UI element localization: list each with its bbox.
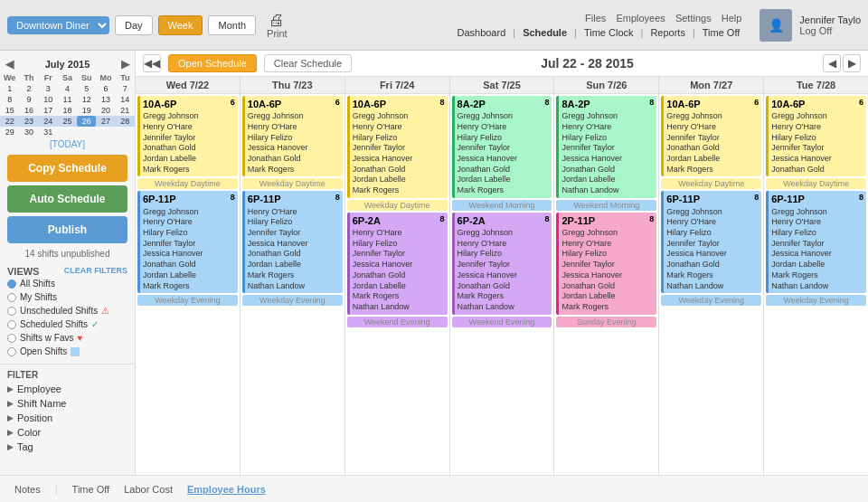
- tag-filter[interactable]: ▶ Tag: [7, 440, 127, 454]
- shift-count-1-0: 6: [335, 98, 340, 110]
- employee-name-2-0-1: Henry O'Hare: [353, 122, 445, 133]
- day-col-0: Wed 7/2210A-6P6Gregg JohnsonHenry O'Hare…: [136, 77, 241, 475]
- favs-shifts-option[interactable]: Shifts w Favs ♥: [7, 331, 127, 345]
- tag-arrow-icon: ▶: [7, 442, 14, 451]
- position-filter[interactable]: ▶ Position: [7, 411, 127, 425]
- employee-name-0-1-0: Gregg Johnson: [143, 207, 235, 218]
- employee-name-0-0-3: Jonathan Gold: [143, 143, 235, 154]
- day-col-inner-3: 8A-2P8Gregg JohnsonHenry O'HareHilary Fe…: [450, 94, 554, 475]
- day-header-2: Fri 7/24: [345, 77, 449, 94]
- schedule-grid: Wed 7/2210A-6P6Gregg JohnsonHenry O'Hare…: [136, 77, 868, 475]
- shift-block-3-0[interactable]: 8A-2P8Gregg JohnsonHenry O'HareHilary Fe…: [452, 96, 552, 198]
- open-schedule-btn[interactable]: Open Schedule: [168, 54, 257, 72]
- employee-name-6-0-2: Hilary Felizo: [771, 133, 863, 144]
- employee-name-3-1-0: Gregg Johnson: [458, 228, 550, 239]
- employee-name-2-0-4: Jessica Hanover: [353, 154, 445, 165]
- employee-name-1-0-1: Henry O'Hare: [248, 122, 340, 133]
- today-link[interactable]: [TODAY]: [0, 137, 135, 151]
- employee-name-4-0-5: Jonathan Gold: [561, 165, 654, 175]
- employee-hours-link[interactable]: Employee Hours: [187, 484, 266, 495]
- shift-block-0-0[interactable]: 10A-6P6Gregg JohnsonHenry O'HareJennifer…: [137, 96, 238, 176]
- employee-name-5-1-6: Mark Rogers: [666, 270, 759, 281]
- store-select[interactable]: Downtown Diner: [7, 16, 109, 34]
- shift-block-4-0[interactable]: 8A-2P8Gregg JohnsonHenry O'HareHilary Fe…: [556, 96, 656, 198]
- unscheduled-shifts-option[interactable]: Unscheduled Shifts ⚠: [7, 304, 127, 317]
- shift-block-2-0[interactable]: 10A-6P8Gregg JohnsonHenry O'HareHilary F…: [347, 96, 448, 198]
- open-shifts-option[interactable]: Open Shifts: [7, 345, 127, 358]
- week-view-btn[interactable]: Week: [158, 15, 203, 35]
- my-shifts-radio: [7, 293, 16, 302]
- shiftname-filter[interactable]: ▶ Shift Name: [7, 396, 127, 411]
- shift-block-6-1[interactable]: 6P-11P8Gregg JohnsonHenry O'HareHilary F…: [766, 191, 866, 293]
- shift-block-5-0[interactable]: 10A-6P6Gregg JohnsonHenry O'HareJennifer…: [661, 96, 761, 176]
- shift-count-6-0: 6: [859, 98, 863, 110]
- shift-time-6-1: 6P-11P: [771, 193, 805, 205]
- shift-footer-1-1: Weekday Evening: [242, 295, 343, 306]
- shift-block-6-0[interactable]: 10A-6P6Gregg JohnsonHenry O'HareHilary F…: [766, 96, 866, 176]
- top-nav: Downtown Diner Day Week Month 🖨 Print Fi…: [0, 0, 868, 51]
- employee-name-0-1-4: Jessica Hanover: [143, 249, 235, 260]
- shift-block-4-1[interactable]: 2P-11P8Gregg JohnsonHenry O'HareHilary F…: [556, 213, 656, 315]
- shift-count-2-1: 8: [440, 214, 445, 227]
- print-button[interactable]: 🖨 Print: [261, 10, 293, 41]
- logout-button[interactable]: Log Off: [799, 25, 861, 36]
- employee-name-3-1-5: Jonathan Gold: [458, 281, 550, 292]
- next-month-btn[interactable]: ▶: [121, 58, 129, 71]
- employee-name-3-1-1: Henry O'Hare: [458, 239, 550, 250]
- settings-link[interactable]: Settings: [675, 13, 712, 24]
- shift-block-1-1[interactable]: 6P-11P8Henry O'HareHilary FelizoJennifer…: [242, 191, 343, 293]
- auto-schedule-btn[interactable]: Auto Schedule: [7, 185, 127, 213]
- prev-month-btn[interactable]: ◀: [5, 58, 14, 71]
- employee-name-3-1-6: Mark Rogers: [458, 291, 550, 302]
- files-link[interactable]: Files: [585, 13, 606, 24]
- bottom-bar: Notes | Time Off Labor Cost Employee Hou…: [0, 475, 868, 502]
- day-col-inner-4: 8A-2P8Gregg JohnsonHenry O'HareHilary Fe…: [554, 94, 658, 475]
- unscheduled-radio: [7, 307, 16, 316]
- all-shifts-option[interactable]: All Shifts: [7, 277, 127, 290]
- clear-schedule-btn[interactable]: Clear Schedule: [264, 54, 352, 72]
- color-filter[interactable]: ▶ Color: [7, 425, 127, 440]
- schedule-link[interactable]: Schedule: [517, 27, 572, 38]
- employee-filter[interactable]: ▶ Employee: [7, 382, 127, 396]
- time-off-link[interactable]: Time Off: [72, 484, 110, 495]
- help-link[interactable]: Help: [722, 13, 742, 24]
- employee-name-6-1-2: Hilary Felizo: [771, 228, 863, 239]
- next-week-btn[interactable]: ▶: [843, 54, 861, 72]
- employee-name-5-1-3: Jennifer Taylor: [666, 239, 759, 250]
- clear-filters-btn[interactable]: CLEAR FILTERS: [64, 266, 127, 277]
- shift-footer-4-0: Weekend Morning: [556, 200, 656, 211]
- reports-link[interactable]: Reports: [645, 27, 691, 38]
- color-filter-label: Color: [17, 427, 41, 438]
- time-clock-link[interactable]: Time Clock: [579, 27, 639, 38]
- employees-link[interactable]: Employees: [616, 13, 665, 24]
- employee-name-6-1-5: Jordan Labelle: [771, 260, 863, 270]
- my-shifts-option[interactable]: My Shifts: [7, 290, 127, 304]
- employee-name-3-1-3: Jennifer Taylor: [458, 260, 550, 270]
- shift-block-5-1[interactable]: 6P-11P8Gregg JohnsonHenry O'HareHilary F…: [661, 191, 761, 293]
- employee-name-3-0-5: Jonathan Gold: [458, 165, 550, 175]
- dashboard-link[interactable]: Dashboard: [451, 27, 511, 38]
- prev-prev-btn[interactable]: ◀◀: [143, 54, 161, 72]
- shift-block-1-0[interactable]: 10A-6P6Gregg JohnsonHenry O'HareHilary F…: [242, 96, 343, 176]
- day-view-btn[interactable]: Day: [115, 15, 153, 35]
- employee-name-5-0-5: Mark Rogers: [666, 165, 759, 175]
- shift-footer-2-1: Weekend Evening: [347, 317, 448, 327]
- shift-block-0-1[interactable]: 6P-11P8Gregg JohnsonHenry O'HareHilary F…: [137, 191, 238, 293]
- employee-name-3-1-2: Hilary Felizo: [458, 249, 550, 260]
- prev-week-btn[interactable]: ◀: [823, 54, 841, 72]
- scheduled-shifts-option[interactable]: Scheduled Shifts ✓: [7, 317, 127, 331]
- warning-icon: ⚠: [101, 306, 109, 316]
- shift-time-4-1: 2P-11P: [561, 214, 595, 227]
- publish-btn[interactable]: Publish: [7, 216, 127, 243]
- notes-link[interactable]: Notes: [14, 484, 41, 495]
- employee-name-0-0-5: Mark Rogers: [143, 165, 235, 175]
- time-off-link[interactable]: Time Off: [697, 27, 746, 38]
- copy-schedule-btn[interactable]: Copy Schedule: [7, 155, 127, 182]
- day-header-1: Thu 7/23: [241, 77, 344, 94]
- shift-block-2-1[interactable]: 6P-2A8Henry O'HareHilary FelizoJennifer …: [347, 213, 448, 315]
- month-view-btn[interactable]: Month: [208, 15, 256, 35]
- shift-block-3-1[interactable]: 6P-2A8Gregg JohnsonHenry O'HareHilary Fe…: [452, 213, 552, 315]
- employee-name-2-0-6: Jordan Labelle: [353, 175, 445, 185]
- employee-name-0-1-2: Hilary Felizo: [143, 228, 235, 239]
- employee-name-2-0-3: Jennifer Taylor: [353, 143, 445, 154]
